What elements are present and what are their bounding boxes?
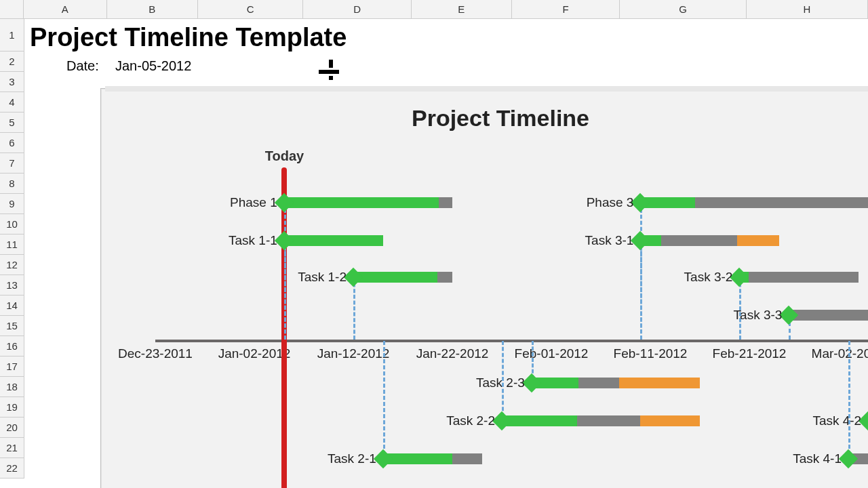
row-header[interactable]: 8 [0,174,24,194]
bar-total [739,272,858,283]
column-header[interactable]: G [620,0,747,19]
gantt-bar[interactable]: Phase 3 [640,197,868,208]
x-tick-label: Jan-12-2012 [317,346,390,361]
gantt-bar[interactable]: Task 2-2 [502,415,700,426]
chart-title: Project Timeline [101,105,868,131]
bar-label: Task 3-3 [734,308,783,323]
gantt-bar[interactable]: Task 1-1 [284,235,383,246]
start-diamond-icon [631,193,650,212]
today-label: Today [265,148,304,164]
bar-label: Task 2-2 [446,413,495,428]
start-diamond-icon [275,231,294,250]
start-diamond-icon [374,449,393,468]
row-header[interactable]: 13 [0,275,24,296]
row-header-column: 12345678910111213141516171819202122 [0,19,24,488]
x-tick-label: Jan-22-2012 [416,346,489,361]
row-header[interactable]: 5 [0,113,24,133]
bar-overrun [737,235,778,246]
start-diamond-icon [492,411,511,430]
column-header[interactable]: F [512,0,620,19]
start-diamond-icon [344,268,363,287]
bar-label: Task 2-1 [328,451,376,466]
bar-complete [284,235,383,246]
column-header[interactable]: E [412,0,512,19]
column-header[interactable]: D [303,0,412,19]
bar-label: Task 3-2 [684,270,733,285]
bar-total [789,310,868,321]
bar-label: Task 2-3 [476,375,525,390]
x-tick-label: Feb-21-2012 [713,346,787,361]
select-all-corner[interactable] [0,0,24,19]
bar-complete [284,197,439,208]
drop-line [502,341,504,417]
date-label: Date: [66,58,99,74]
bar-complete [353,272,437,283]
gantt-bar[interactable]: Task 2-1 [383,453,482,464]
row-header[interactable]: 3 [0,72,24,92]
row-header[interactable]: 20 [0,418,24,438]
row-header[interactable]: 15 [0,316,24,336]
drop-line [353,277,355,340]
bar-label: Phase 3 [587,195,634,210]
bar-label: Task 1-2 [298,270,347,285]
x-axis [155,340,868,342]
bar-overrun [640,415,700,426]
column-header[interactable]: C [198,0,304,19]
row-header[interactable]: 19 [0,397,24,418]
bar-label: Phase 1 [230,195,277,210]
row-header[interactable]: 22 [0,458,24,479]
row-header[interactable]: 7 [0,153,24,174]
bar-complete [383,453,452,464]
start-diamond-icon [275,193,294,212]
x-tick-label: Feb-01-2012 [515,346,589,361]
row-header[interactable]: 1 [0,19,24,52]
bar-label: Task 4-1 [793,451,842,466]
bar-complete [502,415,577,426]
drop-line [640,241,642,340]
gantt-bar[interactable]: Task 3-3 [789,310,868,321]
start-diamond-icon [839,449,858,468]
page-title: Project Timeline Template [30,23,347,52]
cell-cursor-icon [319,60,339,80]
bar-label: Task 1-1 [229,233,277,248]
bar-label: Task 3-1 [585,233,634,248]
gantt-bar[interactable]: Task 4-1 [848,453,868,464]
column-header[interactable]: A [24,0,107,19]
date-value: Jan-05-2012 [115,58,191,74]
gantt-bar[interactable]: Phase 1 [284,197,452,208]
row-header[interactable]: 6 [0,133,24,153]
bar-overrun [619,378,700,388]
bar-label: Task 4-2 [812,413,861,428]
drop-line [284,241,286,340]
start-diamond-icon [522,373,541,392]
project-timeline-chart[interactable]: Project Timeline Dec-23-2011Jan-02-2012J… [100,88,868,488]
row-header[interactable]: 9 [0,194,24,214]
gantt-bar[interactable]: Task 2-3 [532,378,700,388]
row-header[interactable]: 12 [0,255,24,275]
row-header[interactable]: 11 [0,235,24,255]
drop-line [848,341,850,455]
column-header[interactable]: H [747,0,868,19]
gantt-bar[interactable]: Task 1-2 [353,272,452,283]
column-header[interactable]: B [107,0,198,19]
row-header[interactable]: 4 [0,92,24,113]
x-tick-label: Jan-02-2012 [218,346,291,361]
row-header[interactable]: 21 [0,438,24,458]
row-header[interactable]: 2 [0,52,24,72]
x-tick-label: Mar-02-2012 [812,346,868,361]
spreadsheet-grid[interactable]: ABCDEFGH 1234567891011121314151617181920… [0,0,868,488]
gantt-bar[interactable]: Task 3-1 [640,235,778,246]
gantt-bar[interactable]: Task 3-2 [739,272,858,283]
row-header[interactable]: 10 [0,214,24,235]
column-header-row: ABCDEFGH [0,0,868,19]
row-header[interactable]: 17 [0,357,24,377]
row-header[interactable]: 14 [0,296,24,316]
row-header[interactable]: 18 [0,377,24,397]
start-diamond-icon [779,306,798,325]
row-header[interactable]: 16 [0,336,24,357]
x-tick-label: Feb-11-2012 [614,346,688,361]
drop-line [383,341,385,455]
x-tick-label: Dec-23-2011 [118,346,193,361]
start-diamond-icon [730,268,749,287]
chart-plot-area: Dec-23-2011Jan-02-2012Jan-12-2012Jan-22-… [155,143,868,481]
